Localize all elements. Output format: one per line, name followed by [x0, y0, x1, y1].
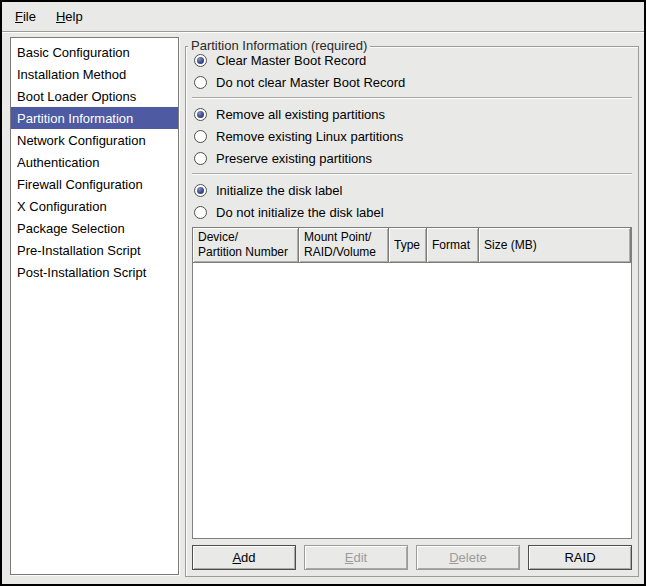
- radio-option-remove-all-partitions[interactable]: Remove all existing partitions: [192, 103, 632, 125]
- radio-option-remove-linux-partitions[interactable]: Remove existing Linux partitions: [192, 125, 632, 147]
- sidebar-item-partition-information[interactable]: Partition Information: [11, 107, 178, 129]
- radio-label: Remove existing Linux partitions: [216, 129, 403, 144]
- table-body-empty[interactable]: [193, 263, 631, 538]
- sidebar-item-label: Boot Loader Options: [17, 89, 136, 104]
- sidebar-item-installation-method[interactable]: Installation Method: [11, 63, 178, 85]
- menu-file-label: File: [15, 9, 36, 24]
- column-header-format[interactable]: Format: [426, 227, 479, 263]
- sidebar-item-label: Package Selection: [17, 221, 125, 236]
- radio-label: Do not clear Master Boot Record: [216, 75, 405, 90]
- table-header-row: Device/ Partition Number Mount Point/ RA…: [193, 228, 631, 263]
- radio-label: Preserve existing partitions: [216, 151, 372, 166]
- radio-option-do-not-initialize-disk-label[interactable]: Do not initialize the disk label: [192, 201, 632, 223]
- sidebar-item-package-selection[interactable]: Package Selection: [11, 217, 178, 239]
- edit-button: Edit: [304, 545, 408, 570]
- column-header-label: Device/ Partition Number: [198, 230, 288, 260]
- radio-selected-icon[interactable]: [194, 184, 207, 197]
- radio-unselected-icon[interactable]: [194, 130, 207, 143]
- frame-title: Partition Information (required): [188, 38, 370, 53]
- menu-file[interactable]: File: [12, 7, 39, 26]
- column-header-mount-point[interactable]: Mount Point/ RAID/Volume: [298, 227, 389, 263]
- radio-unselected-icon[interactable]: [194, 206, 207, 219]
- radio-unselected-icon[interactable]: [194, 76, 207, 89]
- sidebar-item-network-configuration[interactable]: Network Configuration: [11, 129, 178, 151]
- column-header-label: Type: [394, 238, 420, 253]
- sidebar-item-label: Network Configuration: [17, 133, 146, 148]
- group-separator: [192, 173, 632, 175]
- radio-option-preserve-partitions[interactable]: Preserve existing partitions: [192, 147, 632, 169]
- sidebar-item-x-configuration[interactable]: X Configuration: [11, 195, 178, 217]
- column-header-label: Mount Point/ RAID/Volume: [304, 230, 376, 260]
- radio-label: Do not initialize the disk label: [216, 205, 384, 220]
- add-button[interactable]: Add: [192, 545, 296, 570]
- sidebar-item-label: Installation Method: [17, 67, 126, 82]
- menu-help-label: Help: [56, 9, 83, 24]
- sidebar-item-authentication[interactable]: Authentication: [11, 151, 178, 173]
- sidebar-item-basic-configuration[interactable]: Basic Configuration: [11, 41, 178, 63]
- radio-selected-icon[interactable]: [194, 54, 207, 67]
- column-header-label: Size (MB): [484, 238, 537, 253]
- sidebar-item-label: Basic Configuration: [17, 45, 130, 60]
- column-header-label: Format: [432, 238, 470, 253]
- group-separator: [192, 97, 632, 99]
- sidebar-item-pre-installation-script[interactable]: Pre-Installation Script: [11, 239, 178, 261]
- radio-unselected-icon[interactable]: [194, 152, 207, 165]
- sidebar-item-label: X Configuration: [17, 199, 107, 214]
- sidebar-item-label: Authentication: [17, 155, 99, 170]
- sidebar-item-label: Post-Installation Script: [17, 265, 146, 280]
- sidebar-item-firewall-configuration[interactable]: Firewall Configuration: [11, 173, 178, 195]
- sidebar-item-boot-loader-options[interactable]: Boot Loader Options: [11, 85, 178, 107]
- partitions-table: Device/ Partition Number Mount Point/ RA…: [192, 227, 632, 539]
- delete-button: Delete: [416, 545, 520, 570]
- radio-selected-icon[interactable]: [194, 108, 207, 121]
- radio-option-initialize-disk-label[interactable]: Initialize the disk label: [192, 179, 632, 201]
- menubar: File Help: [2, 2, 644, 32]
- radio-label: Initialize the disk label: [216, 183, 342, 198]
- section-list: Basic Configuration Installation Method …: [10, 37, 179, 575]
- partition-information-frame: Partition Information (required) Clear M…: [185, 46, 639, 577]
- column-header-size[interactable]: Size (MB): [478, 227, 631, 263]
- sidebar-item-post-installation-script[interactable]: Post-Installation Script: [11, 261, 178, 283]
- column-header-device[interactable]: Device/ Partition Number: [192, 227, 299, 263]
- radio-label: Remove all existing partitions: [216, 107, 385, 122]
- edit-button-label: Edit: [345, 550, 367, 565]
- raid-button[interactable]: RAID: [528, 545, 632, 570]
- kickstart-configurator-window: File Help Basic Configuration Installati…: [0, 0, 646, 586]
- table-button-row: Add Edit Delete RAID: [192, 545, 632, 570]
- sidebar-item-label: Pre-Installation Script: [17, 243, 141, 258]
- add-button-label: Add: [232, 550, 255, 565]
- sidebar-item-label: Partition Information: [17, 111, 133, 126]
- delete-button-label: Delete: [449, 550, 487, 565]
- sidebar-item-label: Firewall Configuration: [17, 177, 143, 192]
- radio-option-do-not-clear-mbr[interactable]: Do not clear Master Boot Record: [192, 71, 632, 93]
- menu-help[interactable]: Help: [53, 7, 86, 26]
- raid-button-label: RAID: [564, 550, 595, 565]
- column-header-type[interactable]: Type: [388, 227, 427, 263]
- radio-label: Clear Master Boot Record: [216, 53, 366, 68]
